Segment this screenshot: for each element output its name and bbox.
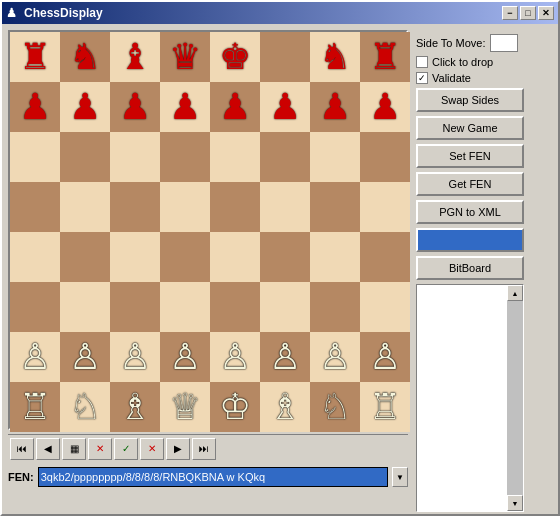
board-cell[interactable]: ♕ [160, 382, 210, 432]
board-cell[interactable]: ♖ [360, 382, 410, 432]
board-cell[interactable]: ♚ [210, 32, 260, 82]
board-cell[interactable]: ♗ [260, 382, 310, 432]
board-cell[interactable] [160, 282, 210, 332]
board-cell[interactable] [260, 32, 310, 82]
validate-checkbox[interactable] [416, 72, 428, 84]
board-cell[interactable] [360, 282, 410, 332]
board-cell[interactable] [210, 132, 260, 182]
board-cell[interactable] [360, 232, 410, 282]
board-cell[interactable] [160, 232, 210, 282]
click-to-drop-row: Click to drop [416, 56, 524, 68]
board-cell[interactable]: ♙ [110, 332, 160, 382]
board-cell[interactable] [260, 232, 310, 282]
fen-dropdown-arrow[interactable]: ▼ [392, 467, 408, 487]
board-cell[interactable] [60, 132, 110, 182]
click-to-drop-checkbox[interactable] [416, 56, 428, 68]
board-cell[interactable]: ♞ [310, 32, 360, 82]
new-game-button[interactable]: New Game [416, 116, 524, 140]
next-button[interactable]: ▶ [166, 438, 190, 460]
fen-input[interactable] [38, 467, 388, 487]
board-cell[interactable] [60, 282, 110, 332]
last-button[interactable]: ⏭ [192, 438, 216, 460]
cancel-button[interactable]: ✕ [140, 438, 164, 460]
board-cell[interactable]: ♟ [60, 82, 110, 132]
board-cell[interactable]: ♟ [110, 82, 160, 132]
board-cell[interactable]: ♗ [110, 382, 160, 432]
scroll-up-arrow[interactable]: ▲ [507, 285, 523, 301]
set-fen-button[interactable]: Set FEN [416, 144, 524, 168]
board-cell[interactable] [310, 182, 360, 232]
delete-button[interactable]: ✕ [88, 438, 112, 460]
board-cell[interactable]: ♙ [160, 332, 210, 382]
board-cell[interactable]: ♙ [360, 332, 410, 382]
board-cell[interactable] [210, 182, 260, 232]
board-cell[interactable]: ♘ [60, 382, 110, 432]
board-container: ♜♞♝♛♚♞♜♟♟♟♟♟♟♟♟♙♙♙♙♙♙♙♙♖♘♗♕♔♗♘♖ [8, 30, 408, 430]
pgn-to-xml-button[interactable]: PGN to XML [416, 200, 524, 224]
board-cell[interactable] [360, 182, 410, 232]
window-icon: ♟ [6, 6, 20, 20]
bitboard-button[interactable]: BitBoard [416, 256, 524, 280]
board-cell[interactable]: ♙ [60, 332, 110, 382]
board-cell[interactable] [110, 232, 160, 282]
close-button[interactable]: ✕ [538, 6, 554, 20]
board-cell[interactable] [10, 182, 60, 232]
toolbar: ⏮ ◀ ▦ ✕ ✓ ✕ ▶ ⏭ [8, 434, 408, 462]
board-cell[interactable] [60, 232, 110, 282]
board-cell[interactable]: ♜ [360, 32, 410, 82]
board-cell[interactable]: ♜ [10, 32, 60, 82]
board-cell[interactable]: ♞ [60, 32, 110, 82]
board-cell[interactable] [10, 232, 60, 282]
get-fen-button[interactable]: Get FEN [416, 172, 524, 196]
grid-button[interactable]: ▦ [62, 438, 86, 460]
click-to-drop-label: Click to drop [432, 56, 493, 68]
board-cell[interactable]: ♟ [210, 82, 260, 132]
board-cell[interactable] [260, 132, 310, 182]
board-cell[interactable] [10, 132, 60, 182]
board-cell[interactable] [10, 282, 60, 332]
swap-sides-button[interactable]: Swap Sides [416, 88, 524, 112]
board-cell[interactable] [210, 282, 260, 332]
scroll-down-arrow[interactable]: ▼ [507, 495, 523, 511]
board-cell[interactable] [110, 182, 160, 232]
minimize-button[interactable]: − [502, 6, 518, 20]
fen-row: FEN: ▼ [8, 466, 408, 488]
board-cell[interactable]: ♟ [160, 82, 210, 132]
board-cell[interactable] [60, 182, 110, 232]
board-cell[interactable]: ♙ [10, 332, 60, 382]
board-cell[interactable] [160, 132, 210, 182]
main-window: ♟ ChessDisplay − □ ✕ ♜♞♝♛♚♞♜♟♟♟♟♟♟♟♟♙♙♙♙… [0, 0, 560, 516]
board-cell[interactable]: ♙ [210, 332, 260, 382]
board-cell[interactable] [310, 232, 360, 282]
board-cell[interactable]: ♙ [260, 332, 310, 382]
board-cell[interactable] [360, 132, 410, 182]
prev-button[interactable]: ◀ [36, 438, 60, 460]
board-cell[interactable]: ♟ [310, 82, 360, 132]
scroll-area[interactable]: ▲ ▼ [416, 284, 524, 512]
board-cell[interactable]: ♟ [10, 82, 60, 132]
board-cell[interactable]: ♔ [210, 382, 260, 432]
board-cell[interactable] [260, 282, 310, 332]
board-cell[interactable]: ♖ [10, 382, 60, 432]
chess-section: ♜♞♝♛♚♞♜♟♟♟♟♟♟♟♟♙♙♙♙♙♙♙♙♖♘♗♕♔♗♘♖ ⏮ ◀ ▦ ✕ … [8, 30, 408, 512]
board-cell[interactable] [210, 232, 260, 282]
color-picker-button[interactable] [416, 228, 524, 252]
board-cell[interactable] [110, 132, 160, 182]
board-cell[interactable]: ♟ [360, 82, 410, 132]
board-cell[interactable]: ♟ [260, 82, 310, 132]
maximize-button[interactable]: □ [520, 6, 536, 20]
board-cell[interactable]: ♛ [160, 32, 210, 82]
board-cell[interactable] [160, 182, 210, 232]
board-cell[interactable]: ♝ [110, 32, 160, 82]
scroll-track[interactable] [507, 301, 523, 495]
board-cell[interactable] [260, 182, 310, 232]
board-cell[interactable] [310, 282, 360, 332]
board-cell[interactable] [110, 282, 160, 332]
confirm-button[interactable]: ✓ [114, 438, 138, 460]
chess-board[interactable]: ♜♞♝♛♚♞♜♟♟♟♟♟♟♟♟♙♙♙♙♙♙♙♙♖♘♗♕♔♗♘♖ [10, 32, 410, 432]
first-button[interactable]: ⏮ [10, 438, 34, 460]
board-cell[interactable]: ♙ [310, 332, 360, 382]
board-cell[interactable] [310, 132, 360, 182]
side-to-move-row: Side To Move: [416, 34, 524, 52]
board-cell[interactable]: ♘ [310, 382, 360, 432]
